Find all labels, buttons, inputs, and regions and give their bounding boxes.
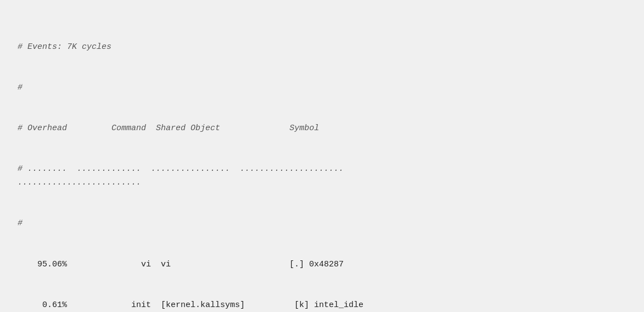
data-row-1: 95.06% vi vi [.] 0x48287 [18,258,626,272]
line-events: # Events: 7K cycles [18,41,626,54]
data-row-2: 0.61% init [kernel.kallsyms] [k] intel_i… [18,299,626,312]
line-dots1: # ........ ............. ...............… [18,163,626,190]
line-header: # Overhead Command Shared Object Symbol [18,122,626,136]
line-hash1: # [18,81,626,95]
terminal-container: # Events: 7K cycles # # Overhead Command… [0,0,644,312]
line-hash2: # [18,217,626,231]
code-block: # Events: 7K cycles # # Overhead Command… [18,13,626,312]
